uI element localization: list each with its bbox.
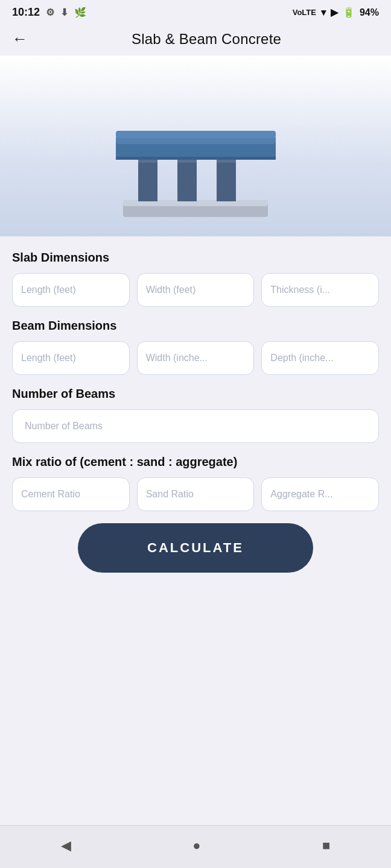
building-illustration <box>105 86 286 236</box>
beam-inputs <box>12 341 379 375</box>
battery-icon: 🔋 <box>343 7 355 18</box>
status-indicators: VoLTE ▾ ▶ 🔋 94% <box>293 7 379 18</box>
beams-count-label: Number of Beams <box>12 387 379 401</box>
number-of-beams-input[interactable] <box>12 409 379 443</box>
nav-home-button[interactable]: ● <box>180 834 212 857</box>
settings-icon: ⚙ <box>46 7 54 18</box>
nav-recents-button[interactable]: ■ <box>310 834 342 857</box>
leaf-icon: 🌿 <box>74 7 86 18</box>
cement-ratio-input[interactable] <box>12 477 130 511</box>
calculate-button[interactable]: CALCULATE <box>78 523 313 573</box>
bottom-navigation: ◀ ● ■ <box>0 825 391 868</box>
main-content: Slab Dimensions Beam Dimensions Number o… <box>0 236 391 825</box>
beam-section-label: Beam Dimensions <box>12 319 379 333</box>
slab-section-label: Slab Dimensions <box>12 251 379 265</box>
svg-rect-4 <box>177 158 197 201</box>
aggregate-ratio-input[interactable] <box>261 477 379 511</box>
battery-percent: 94% <box>360 7 379 18</box>
back-button[interactable]: ← <box>12 30 34 48</box>
signal-icon: ▶ <box>331 7 338 18</box>
slab-length-input[interactable] <box>12 273 130 307</box>
volte-icon: VoLTE <box>293 8 316 17</box>
status-bar: 10:12 ⚙ ⬇ 🌿 VoLTE ▾ ▶ 🔋 94% <box>0 0 391 22</box>
status-time: 10:12 <box>12 6 40 19</box>
wifi-icon: ▾ <box>321 7 326 18</box>
download-icon: ⬇ <box>60 7 68 18</box>
beam-depth-input[interactable] <box>261 341 379 375</box>
slab-inputs <box>12 273 379 307</box>
page-title: Slab & Beam Concrete <box>34 31 379 48</box>
hero-image <box>0 55 391 236</box>
slab-width-input[interactable] <box>137 273 255 307</box>
svg-rect-6 <box>217 158 236 201</box>
mix-inputs <box>12 477 379 511</box>
sand-ratio-input[interactable] <box>137 477 255 511</box>
svg-rect-10 <box>116 157 276 160</box>
svg-rect-11 <box>116 131 276 138</box>
beam-width-input[interactable] <box>137 341 255 375</box>
nav-back-button[interactable]: ◀ <box>49 834 83 857</box>
app-header: ← Slab & Beam Concrete <box>0 22 391 55</box>
beam-length-input[interactable] <box>12 341 130 375</box>
slab-thickness-input[interactable] <box>261 273 379 307</box>
mix-ratio-label: Mix ratio of (cement : sand : aggregate) <box>12 455 379 469</box>
status-time-group: 10:12 ⚙ ⬇ 🌿 <box>12 6 86 19</box>
svg-rect-2 <box>138 158 157 201</box>
